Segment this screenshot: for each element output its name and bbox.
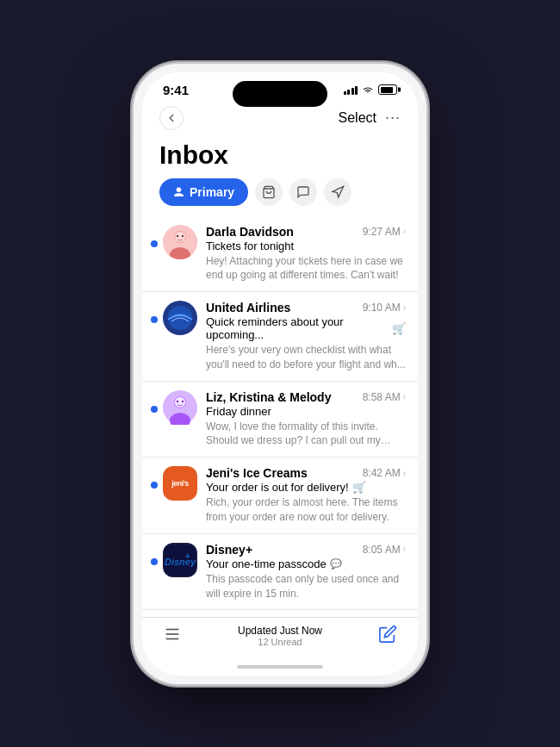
email-item[interactable]: jeni's Jeni's Ice Creams 8:42 AM › Your … (142, 458, 418, 534)
filter-button[interactable] (163, 625, 182, 648)
home-indicator (142, 658, 418, 675)
email-preview: This passcode can only be used once and … (206, 572, 406, 601)
chevron-icon: › (403, 545, 406, 554)
tab-primary-label: Primary (190, 185, 234, 199)
shopping-tag-icon: 🛒 (392, 322, 406, 335)
avatar: Disney + (163, 543, 197, 577)
inbox-title: Inbox (159, 140, 401, 170)
nav-actions: Select ··· (339, 109, 401, 127)
compose-icon (378, 625, 397, 644)
unread-indicator (151, 240, 158, 247)
status-icons (344, 84, 398, 95)
email-item[interactable]: Liz, Kristina & Melody 8:58 AM › Friday … (142, 382, 418, 458)
email-subject: Quick reminders about your upcoming... 🛒 (206, 315, 406, 341)
unread-indicator (151, 558, 158, 565)
compose-button[interactable] (378, 625, 397, 647)
avatar (163, 301, 197, 335)
email-preview: Rich, your order is almost here. The ite… (206, 495, 406, 525)
more-button[interactable]: ··· (385, 109, 401, 127)
chevron-icon: › (403, 392, 406, 402)
email-content: United Airlines 9:10 AM › Quick reminder… (206, 301, 406, 372)
person-icon (173, 186, 184, 197)
signal-icon (344, 84, 358, 95)
tab-promotions[interactable] (324, 178, 352, 206)
email-item[interactable]: Darla Davidson 9:27 AM › Tickets for ton… (142, 216, 418, 293)
email-content: Jeni's Ice Creams 8:42 AM › Your order i… (206, 466, 406, 525)
tab-social[interactable] (289, 178, 317, 206)
email-time: 8:42 AM (363, 467, 401, 479)
bottom-bar: Updated Just Now 12 Unread (142, 617, 418, 658)
email-time: 9:10 AM (363, 302, 401, 314)
back-button[interactable] (159, 106, 184, 130)
svg-point-7 (182, 234, 184, 236)
chevron-icon: › (403, 303, 406, 313)
email-time-row: 9:10 AM › (363, 302, 406, 314)
disney-logo: Disney + (165, 545, 196, 576)
select-button[interactable]: Select (339, 110, 376, 126)
email-subject: Friday dinner (206, 405, 406, 418)
email-time-row: 8:05 AM › (363, 544, 406, 556)
home-bar (237, 665, 323, 669)
email-preview: Here's your very own checklist with what… (206, 343, 406, 372)
email-preview: Hey! Attaching your tickets here in case… (206, 254, 406, 283)
email-item[interactable]: Graham McBride 7:17 AM › Tell us if you … (142, 610, 418, 616)
chat-icon (296, 185, 310, 199)
message-tag-icon: 💬 (330, 558, 342, 570)
avatar (163, 390, 197, 425)
chevron-icon: › (403, 469, 406, 478)
email-time-row: 9:27 AM › (363, 226, 406, 238)
unread-indicator (151, 482, 158, 489)
avatar-image (165, 302, 196, 333)
email-sender: Jeni's Ice Creams (206, 466, 308, 480)
email-content: Darla Davidson 9:27 AM › Tickets for ton… (206, 225, 406, 283)
email-sender: Liz, Kristina & Melody (206, 390, 331, 404)
svg-point-14 (182, 400, 184, 402)
chevron-icon: › (403, 227, 406, 236)
phone-screen: 9:41 (142, 72, 418, 675)
svg-point-6 (177, 234, 178, 236)
tabs-container: Primary (142, 178, 418, 216)
email-top-row: Jeni's Ice Creams 8:42 AM › (206, 466, 406, 480)
battery-icon (378, 84, 397, 95)
email-time: 8:05 AM (363, 544, 401, 556)
avatar (163, 225, 197, 259)
phone-frame: 9:41 (134, 64, 426, 684)
email-content: Liz, Kristina & Melody 8:58 AM › Friday … (206, 390, 406, 449)
dynamic-island (233, 81, 327, 107)
svg-point-13 (177, 400, 178, 402)
email-sender: Darla Davidson (206, 225, 294, 239)
email-top-row: Darla Davidson 9:27 AM › (206, 225, 406, 239)
updated-status: Updated Just Now (238, 625, 322, 637)
inbox-header: Inbox (142, 137, 418, 178)
email-time-row: 8:58 AM › (363, 391, 406, 403)
svg-text:+: + (185, 551, 190, 561)
email-sender: Disney+ (206, 543, 252, 557)
svg-text:Disney: Disney (165, 557, 196, 567)
email-subject: Your one-time passcode 💬 (206, 557, 406, 570)
email-list: Darla Davidson 9:27 AM › Tickets for ton… (142, 216, 418, 617)
email-item[interactable]: Disney + Disney+ 8:05 AM › Your one-time… (142, 534, 418, 611)
promo-icon (331, 185, 345, 199)
email-subject: Your order is out for delivery! 🛒 (206, 481, 406, 494)
status-time: 9:41 (163, 83, 189, 97)
email-top-row: United Airlines 9:10 AM › (206, 301, 406, 314)
svg-point-0 (177, 187, 182, 192)
tab-primary[interactable]: Primary (159, 178, 248, 206)
filter-icon (163, 625, 182, 644)
email-top-row: Disney+ 8:05 AM › (206, 543, 406, 557)
email-content: Disney+ 8:05 AM › Your one-time passcode… (206, 543, 406, 601)
avatar-image (163, 225, 197, 259)
cart-icon (262, 185, 276, 199)
email-top-row: Liz, Kristina & Melody 8:58 AM › (206, 390, 406, 404)
unread-indicator (151, 406, 158, 413)
email-preview: Wow, I love the formality of this invite… (206, 420, 406, 449)
shopping-tag-icon: 🛒 (352, 481, 366, 494)
wifi-icon (362, 85, 374, 95)
bottom-status-area: Updated Just Now 12 Unread (238, 625, 322, 647)
email-time: 8:58 AM (363, 391, 401, 403)
unread-count: 12 Unread (238, 637, 322, 647)
unread-indicator (151, 316, 158, 323)
email-item[interactable]: United Airlines 9:10 AM › Quick reminder… (142, 292, 418, 382)
tab-shopping[interactable] (255, 178, 283, 206)
email-sender: United Airlines (206, 301, 290, 314)
